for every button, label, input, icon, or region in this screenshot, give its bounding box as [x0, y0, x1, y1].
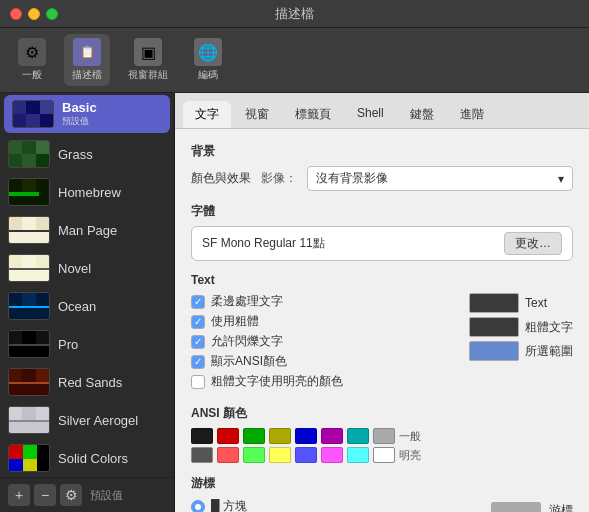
- bold-color-swatch[interactable]: [469, 317, 519, 337]
- minimize-button[interactable]: [28, 8, 40, 20]
- ansi-color-3[interactable]: [269, 428, 291, 444]
- background-row: 顏色與效果 影像： 沒有背景影像 ▾: [191, 166, 573, 191]
- sidebar-item-ocean[interactable]: Ocean: [0, 287, 174, 325]
- content-area: 文字 視窗 標籤頁 Shell 鍵盤 進階 背景 顏色與效果 影像： 沒有背景影…: [175, 93, 589, 512]
- smooth-label: 柔邊處理文字: [211, 293, 283, 310]
- sidebar-item-grass[interactable]: Grass: [0, 135, 174, 173]
- toolbar-window-groups[interactable]: ▣ 視窗群組: [120, 34, 176, 86]
- sidebar: Basic 預設值 Grass Homebrew: [0, 93, 175, 512]
- tab-text[interactable]: 文字: [183, 101, 231, 128]
- ansi-color-10[interactable]: [243, 447, 265, 463]
- ansi-normal-row: 一般: [191, 428, 573, 444]
- sidebar-item-redsands[interactable]: Red Sands: [0, 363, 174, 401]
- ocean-name: Ocean: [58, 299, 96, 314]
- ansi-color-7[interactable]: [373, 428, 395, 444]
- sidebar-item-solidcolors[interactable]: Solid Colors: [0, 439, 174, 477]
- image-label: 影像：: [261, 170, 297, 187]
- ansi-color-2[interactable]: [243, 428, 265, 444]
- text-color-swatch[interactable]: [469, 293, 519, 313]
- smooth-checkbox[interactable]: ✓: [191, 295, 205, 309]
- text-title: Text: [191, 273, 573, 287]
- smooth-checkbox-row: ✓ 柔邊處理文字: [191, 293, 453, 310]
- sidebar-item-homebrew[interactable]: Homebrew: [0, 173, 174, 211]
- font-title: 字體: [191, 203, 573, 220]
- ansi-color-12[interactable]: [295, 447, 317, 463]
- profiles-label: 描述檔: [72, 68, 102, 82]
- ansi-color-8[interactable]: [191, 447, 213, 463]
- grass-thumbnail: [8, 140, 50, 168]
- remove-profile-button[interactable]: −: [34, 484, 56, 506]
- text-swatch-row: Text: [469, 293, 573, 313]
- pro-name: Pro: [58, 337, 78, 352]
- ansi-color-14[interactable]: [347, 447, 369, 463]
- close-button[interactable]: [10, 8, 22, 20]
- homebrew-thumbnail: [8, 178, 50, 206]
- ansi-color-15[interactable]: [373, 447, 395, 463]
- cursor-color-swatch[interactable]: [491, 502, 541, 512]
- novel-thumbnail: [8, 254, 50, 282]
- chevron-down-icon: ▾: [558, 172, 564, 186]
- ocean-thumbnail: [8, 292, 50, 320]
- sidebar-item-basic[interactable]: Basic 預設值: [4, 95, 170, 133]
- tab-window[interactable]: 視窗: [233, 101, 281, 128]
- normal-label: 一般: [399, 429, 429, 444]
- novel-name: Novel: [58, 261, 91, 276]
- text-columns: ✓ 柔邊處理文字 ✓ 使用粗體 ✓ 允許閃爍文字 ✓: [191, 293, 573, 393]
- brightbold-checkbox[interactable]: [191, 375, 205, 389]
- cursor-section: 游標 █ 方塊 ＿ 底線 | 垂直線: [191, 475, 573, 512]
- tab-tabpage[interactable]: 標籤頁: [283, 101, 343, 128]
- cursor-block-label: █ 方塊: [211, 498, 247, 512]
- image-select[interactable]: 沒有背景影像 ▾: [307, 166, 573, 191]
- redsands-thumbnail: [8, 368, 50, 396]
- ansi-label: 顯示ANSI顏色: [211, 353, 287, 370]
- bold-swatch-label: 粗體文字: [525, 319, 573, 336]
- ansi-color-6[interactable]: [347, 428, 369, 444]
- ansi-color-9[interactable]: [217, 447, 239, 463]
- maximize-button[interactable]: [46, 8, 58, 20]
- toolbar-encoding[interactable]: 🌐 編碼: [186, 34, 230, 86]
- pro-thumbnail: [8, 330, 50, 358]
- sidebar-item-novel[interactable]: Novel: [0, 249, 174, 287]
- cursor-radio-col: █ 方塊 ＿ 底線 | 垂直線 閃爍游標: [191, 498, 471, 512]
- tab-advanced[interactable]: 進階: [448, 101, 496, 128]
- change-font-button[interactable]: 更改…: [504, 232, 562, 255]
- ansi-color-0[interactable]: [191, 428, 213, 444]
- encoding-label: 編碼: [198, 68, 218, 82]
- manpage-name: Man Page: [58, 223, 117, 238]
- ansi-color-1[interactable]: [217, 428, 239, 444]
- ansi-color-13[interactable]: [321, 447, 343, 463]
- text-swatch-label: Text: [525, 296, 547, 310]
- cursor-block-radio[interactable]: [191, 500, 205, 513]
- basic-info: Basic 預設值: [62, 100, 97, 128]
- settings-button[interactable]: ⚙: [60, 484, 82, 506]
- sidebar-item-silveraerogel[interactable]: Silver Aerogel: [0, 401, 174, 439]
- solidcolors-name: Solid Colors: [58, 451, 128, 466]
- solidcolors-thumbnail: [8, 444, 50, 472]
- ansi-color-5[interactable]: [321, 428, 343, 444]
- font-section: 字體 SF Mono Regular 11點 更改… ➤: [191, 203, 573, 261]
- sidebar-item-manpage[interactable]: Man Page: [0, 211, 174, 249]
- bold-checkbox[interactable]: ✓: [191, 315, 205, 329]
- redsands-info: Red Sands: [58, 375, 122, 390]
- blink-checkbox[interactable]: ✓: [191, 335, 205, 349]
- homebrew-name: Homebrew: [58, 185, 121, 200]
- redsands-name: Red Sands: [58, 375, 122, 390]
- tab-keyboard[interactable]: 鍵盤: [398, 101, 446, 128]
- sidebar-footer: + − ⚙ 預設值: [0, 477, 174, 512]
- bold-checkbox-row: ✓ 使用粗體: [191, 313, 453, 330]
- color-effects-label: 顏色與效果: [191, 170, 251, 187]
- toolbar-profiles[interactable]: 📋 描述檔: [64, 34, 110, 86]
- ansi-color-4[interactable]: [295, 428, 317, 444]
- selection-color-swatch[interactable]: [469, 341, 519, 361]
- text-section: Text ✓ 柔邊處理文字 ✓ 使用粗體 ✓ 允許閃爍文字: [191, 273, 573, 393]
- basic-name: Basic: [62, 100, 97, 115]
- image-select-value: 沒有背景影像: [316, 170, 388, 187]
- general-icon: ⚙: [18, 38, 46, 66]
- add-profile-button[interactable]: +: [8, 484, 30, 506]
- tab-shell[interactable]: Shell: [345, 101, 396, 128]
- ansi-color-11[interactable]: [269, 447, 291, 463]
- sidebar-item-pro[interactable]: Pro: [0, 325, 174, 363]
- ansi-checkbox[interactable]: ✓: [191, 355, 205, 369]
- toolbar-general[interactable]: ⚙ 一般: [10, 34, 54, 86]
- solidcolors-info: Solid Colors: [58, 451, 128, 466]
